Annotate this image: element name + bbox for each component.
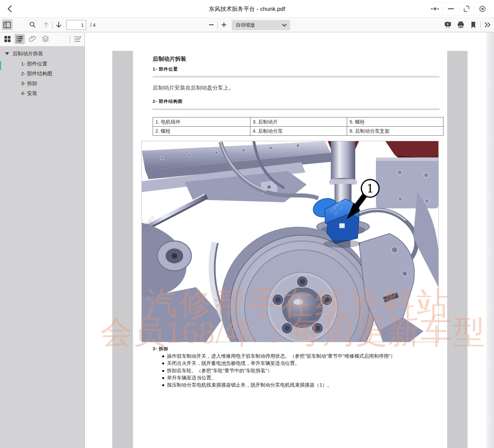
presentation-mode-icon: [444, 21, 452, 29]
table-cell: 4. 后制动分泵: [250, 127, 347, 136]
search-icon: [29, 21, 36, 28]
outline-item-label: 3- 拆卸: [21, 80, 37, 87]
page-right-margin-band: [447, 51, 468, 448]
thumbnails-icon: [4, 36, 11, 42]
outline-root-item[interactable]: 后制动片拆装: [0, 49, 43, 58]
triangle-expanded-icon: [5, 52, 9, 55]
pdf-viewer-area: 后制动片拆装 1- 部件位置 后制动片安装在后制动盘分泵上。 2- 部件结构图 …: [85, 32, 494, 448]
toolbar-divider: [52, 21, 53, 29]
page-number-input[interactable]: [66, 20, 86, 30]
more-tools-icon: [484, 22, 491, 28]
more-dots-icon: [431, 7, 439, 11]
outline-panel: 后制动片拆装 1- 部件位置 2- 部件结构图 3- 拆卸 4- 安装: [0, 46, 84, 448]
record-target-icon: [479, 5, 486, 13]
pdf-page: 后制动片拆装 1- 部件位置 后制动片安装在后制动盘分泵上。 2- 部件结构图 …: [112, 51, 468, 448]
table-cell: 5. 螺栓: [347, 117, 443, 127]
sidebar-toggle-button[interactable]: [2, 19, 13, 30]
minimize-button[interactable]: [443, 3, 459, 15]
outline-view-button[interactable]: [15, 34, 25, 44]
table-cell: 6. 后制动分泵支架: [347, 127, 443, 136]
list-item: 举升车辆至适当位置。: [162, 374, 427, 381]
table-row: 2. 螺栓 4. 后制动分泵 6. 后制动分泵支架: [153, 127, 443, 136]
table-row: 1. 电机组件 3. 后制动片 5. 螺栓: [153, 117, 443, 127]
thumbnails-view-button[interactable]: [2, 34, 13, 44]
restore-button[interactable]: [459, 3, 475, 15]
sidebar-toggle-icon: [3, 22, 11, 28]
more-tools-button[interactable]: [482, 19, 493, 30]
zoom-in-icon: [221, 22, 227, 27]
outline-item-label: 4- 安装: [21, 90, 37, 97]
arrow-down-icon: [56, 21, 62, 28]
previous-page-button[interactable]: [41, 19, 52, 30]
print-button[interactable]: [455, 19, 466, 30]
table-cell: 2. 螺栓: [153, 127, 250, 136]
section-1-body: 后制动片安装在后制动盘分泵上。: [153, 85, 234, 92]
section-divider: [153, 109, 439, 110]
layers-icon: [42, 35, 49, 43]
next-page-button[interactable]: [53, 19, 64, 30]
current-outline-item-icon: [74, 36, 81, 42]
outline-item-label: 2- 部件结构图: [21, 71, 53, 77]
section-2-heading: 2- 部件结构图: [153, 98, 183, 105]
page-count-label: / 4: [90, 18, 96, 32]
table-cell: 3. 后制动片: [250, 117, 347, 127]
print-icon: [457, 21, 464, 29]
list-item: 操作驻车制动开关，进入维修用电子驻车制动停用状态。（参照"驻车制动"章节中"维修…: [162, 353, 427, 360]
search-button[interactable]: [27, 19, 38, 30]
outline-item-3[interactable]: 3- 拆卸: [21, 79, 37, 88]
outline-item-label: 1- 部件位置: [21, 61, 48, 67]
restore-window-icon: [463, 5, 470, 13]
minimize-icon: [448, 8, 454, 10]
section-1-heading: 1- 部件位置: [153, 66, 178, 72]
record-button[interactable]: [475, 3, 490, 15]
list-item: 拆卸后车轮。（参照"车轮"章节中的"车轮拆装"）: [162, 367, 427, 374]
toolbar-divider: [480, 21, 481, 29]
window-title: 东风技术朊务平台 - chunk.pdf: [0, 0, 494, 18]
zoom-scale-label: 自动缩放: [236, 22, 255, 28]
zoom-scale-select[interactable]: 自动缩放: [232, 20, 290, 30]
pdf-sidebar: 后制动片拆装 1- 部件位置 2- 部件结构图 3- 拆卸 4- 安装: [0, 32, 85, 448]
outline-item-1[interactable]: 1- 部件位置: [21, 59, 48, 69]
parts-legend-table: 1. 电机组件 3. 后制动片 5. 螺栓 2. 螺栓 4. 后制动分泵 6. …: [153, 117, 443, 136]
list-item: 按压制动分泵电机线束插接器锁止夹，脱开制动分泵电机线束插接器（1）。: [162, 381, 427, 389]
arrow-up-icon: [43, 21, 49, 28]
bookmark-button[interactable]: [468, 19, 479, 30]
window-capsule: [427, 2, 491, 15]
bookmark-icon: [471, 21, 476, 29]
section-3-heading: 3- 拆卸: [153, 346, 168, 352]
sidebar-toolbar-divider: [70, 36, 70, 43]
outline-icon: [16, 36, 23, 42]
outline-root-label: 后制动片拆装: [13, 51, 43, 57]
list-item: 关闭点火开关，脱开蓄电池负极电缆，举升车辆至适当位置。: [162, 360, 427, 367]
outline-item-2[interactable]: 2- 部件结构图: [21, 69, 53, 78]
outline-item-4[interactable]: 4- 安装: [21, 89, 37, 98]
section-divider: [153, 76, 439, 77]
app-titlebar: 东风技术朊务平台 - chunk.pdf: [0, 0, 494, 18]
zoom-out-icon: [209, 22, 214, 27]
layers-view-button[interactable]: [40, 34, 51, 44]
attachments-view-button[interactable]: [27, 34, 38, 44]
sidebar-toolbar: [0, 32, 84, 46]
chevron-down-icon: [282, 24, 287, 27]
vertical-scrollbar[interactable]: [487, 32, 494, 448]
table-cell: 1. 电机组件: [153, 117, 250, 127]
zoom-out-button[interactable]: [206, 19, 217, 30]
brake-assembly-illustration: 1 汽修帮手 ID: 74 汽修帮手 ID: 74: [141, 141, 439, 342]
current-outline-item-button[interactable]: [72, 34, 82, 44]
attachments-icon: [29, 35, 36, 43]
presentation-mode-button[interactable]: [442, 19, 453, 30]
removal-steps-list: 操作驻车制动开关，进入维修用电子驻车制动停用状态。（参照"驻车制动"章节中"维修…: [162, 353, 427, 389]
zoom-in-button[interactable]: [218, 19, 229, 30]
more-button[interactable]: [427, 3, 443, 15]
callout-number: 1: [366, 182, 374, 195]
page-left-margin-band: [112, 51, 133, 448]
pdf-toolbar: / 4 自动缩放: [0, 18, 494, 32]
document-title: 后制动片拆装: [153, 55, 186, 63]
toolbar-divider: [217, 21, 218, 29]
